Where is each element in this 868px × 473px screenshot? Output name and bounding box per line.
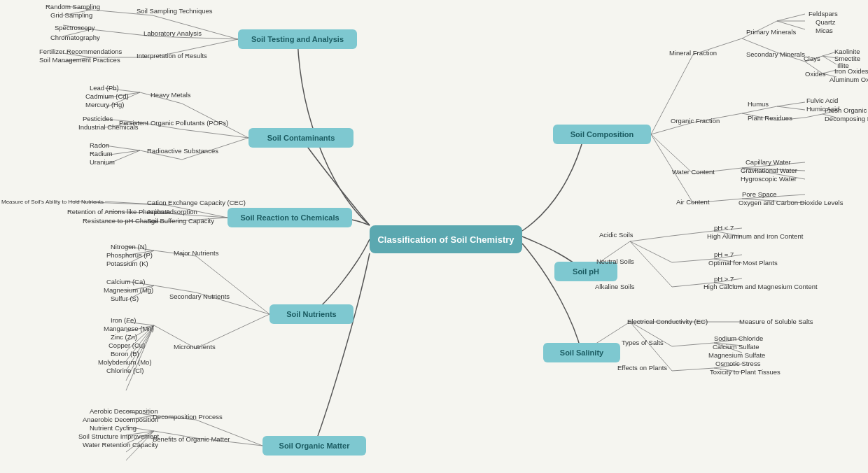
leaf-optimal: Optimal for Most Plants: [708, 259, 778, 267]
branch-organic: Soil Organic Matter: [262, 436, 366, 456]
leaf-sulfur: Sulfur (S): [111, 295, 139, 302]
branch-composition-label: Soil Composition: [570, 130, 634, 139]
leaf-random-sampling: Random Sampling: [46, 3, 100, 10]
leaf-radon: Radon: [90, 141, 109, 149]
leaf-radioactive: Radioactive Substances: [147, 147, 218, 155]
center-label: Classification of Soil Chemistry: [377, 234, 514, 245]
leaf-magnesium-sulfate: Magnesium Sulfate: [708, 351, 765, 359]
leaf-manganese: Manganese (Mn): [104, 325, 154, 332]
leaf-soil-mgmt: Soil Management Practices: [39, 56, 120, 64]
leaf-heavy-metals: Heavy Metals: [150, 91, 191, 99]
leaf-plant-residues: Plant Residues: [748, 114, 792, 122]
leaf-acidic-soils: Acidic Soils: [599, 231, 634, 239]
leaf-soil-sampling: Soil Sampling Techniques: [136, 7, 213, 15]
leaf-neutral-soils: Neutral Soils: [596, 257, 634, 265]
leaf-fulvic: Fulvic Acid: [806, 97, 838, 104]
branch-nutrients: Soil Nutrients: [270, 304, 354, 324]
leaf-zinc: Zinc (Zn): [111, 333, 137, 341]
leaf-clays: Clays: [804, 55, 820, 62]
branch-organic-label: Soil Organic Matter: [279, 442, 350, 450]
leaf-cadmium: Cadmium (Cd): [85, 92, 129, 100]
leaf-copper: Copper (Cu): [108, 341, 145, 349]
leaf-toxicity: Toxicity to Plant Tissues: [710, 368, 780, 376]
leaf-water-content: Water Content: [672, 168, 715, 176]
leaf-mineral-fraction: Mineral Fraction: [669, 49, 717, 57]
leaf-aluminum-oxides: Aluminum Oxides: [830, 76, 868, 83]
branch-nutrients-label: Soil Nutrients: [286, 310, 337, 318]
leaf-calcium-sulfate: Calcium Sulfate: [713, 343, 760, 351]
branch-reaction-label: Soil Reaction to Chemicals: [240, 213, 339, 222]
leaf-hygroscopic: Hygroscopic Water: [741, 175, 797, 183]
center-node: Classification of Soil Chemistry: [370, 225, 522, 253]
leaf-phosphorus: Phosphorus (P): [106, 251, 153, 259]
leaf-measure-salts: Measure of Soluble Salts: [739, 318, 813, 325]
leaf-molybdenum: Molybdenum (Mo): [98, 358, 152, 366]
leaf-effects-plants: Effects on Plants: [617, 364, 667, 372]
leaf-anaerobic: Anaerobic Decomposition: [83, 416, 158, 423]
leaf-sodium-chloride: Sodium Chloride: [714, 334, 763, 342]
leaf-resistance: Resistance to pH Change: [83, 217, 158, 225]
branch-contaminants-label: Soil Contaminants: [267, 134, 335, 142]
leaf-benefits: Benefits of Organic Matter: [153, 435, 230, 443]
leaf-primary-minerals: Primary Minerals: [746, 28, 796, 36]
leaf-spectroscopy: Spectroscopy: [55, 24, 95, 31]
leaf-secondary-minerals: Secondary Minerals: [746, 50, 805, 58]
leaf-measure: Measure of Soil's Ability to Hold Nutrie…: [1, 199, 104, 205]
leaf-interpretation: Interpretation of Results: [136, 52, 207, 59]
leaf-chlorine: Chlorine (Cl): [106, 367, 144, 374]
branch-ph-label: Soil pH: [573, 267, 599, 276]
leaf-quartz: Quartz: [816, 18, 836, 26]
leaf-alkaline-soils: Alkaline Soils: [595, 283, 635, 290]
leaf-pesticides: Pesticides: [83, 115, 113, 122]
leaf-co2: Oxygen and Carbon Dioxide Levels: [738, 199, 843, 206]
leaf-magnesium: Magnesium (Mg): [104, 286, 153, 294]
leaf-boron: Boron (B): [111, 350, 139, 358]
leaf-micronutrients: Micronutrients: [174, 343, 216, 351]
leaf-fresh-organic: Fresh Organic Matter: [825, 106, 868, 114]
leaf-secondary-nutrients: Secondary Nutrients: [169, 292, 230, 300]
branch-contaminants: Soil Contaminants: [248, 128, 354, 148]
leaf-ph-lt7: pH < 7: [714, 224, 734, 232]
leaf-major-nutrients: Major Nutrients: [174, 249, 218, 257]
leaf-iron-oxides: Iron Oxides: [834, 67, 868, 75]
branch-testing: Soil Testing and Analysis: [238, 29, 357, 49]
leaf-osmotic: Osmotic Stress: [715, 360, 760, 367]
leaf-gravitational: Gravitational Water: [741, 167, 797, 174]
branch-composition: Soil Composition: [553, 125, 651, 144]
leaf-iron: Iron (Fe): [111, 316, 136, 324]
leaf-types-salts: Types of Salts: [622, 339, 664, 346]
leaf-pore-space: Pore Space: [742, 190, 777, 198]
leaf-retention: Retention of Anions like Phosphate: [67, 208, 170, 216]
leaf-ec: Electrical Conductivity (EC): [627, 318, 708, 325]
leaf-soil-structure: Soil Structure Improvement: [78, 432, 159, 440]
leaf-potassium: Potassium (K): [106, 260, 148, 267]
leaf-nitrogen: Nitrogen (N): [111, 243, 147, 250]
branch-testing-label: Soil Testing and Analysis: [251, 35, 344, 43]
leaf-decomposing: Decomposing Matter: [825, 115, 868, 122]
leaf-aerobic: Aerobic Decomposition: [90, 407, 158, 415]
branch-reaction: Soil Reaction to Chemicals: [227, 208, 352, 227]
branch-salinity-label: Soil Salinity: [560, 348, 603, 357]
leaf-nutrient-cycling: Nutrient Cycling: [90, 424, 136, 432]
leaf-industrial: Industrial Chemicals: [78, 123, 139, 131]
leaf-fertilizer: Fertilizer Recommendations: [39, 48, 122, 55]
leaf-lab-analysis: Laboratory Analysis: [144, 29, 202, 37]
leaf-humus: Humus: [748, 100, 769, 108]
leaf-ph-gt7: pH > 7: [714, 275, 734, 283]
leaf-high-ca: High Calcium and Magnesium Content: [704, 283, 818, 290]
leaf-organic-fraction: Organic Fraction: [671, 117, 720, 125]
leaf-high-al: High Aluminum and Iron Content: [707, 232, 803, 240]
leaf-uranium: Uranium: [90, 158, 115, 166]
leaf-air-content: Air Content: [676, 198, 710, 206]
leaf-oxides: Oxides: [805, 70, 826, 78]
leaf-micas: Micas: [816, 27, 833, 34]
leaf-decomposition: Decomposition Process: [153, 413, 223, 421]
leaf-mercury: Mercury (Hg): [85, 101, 124, 108]
branch-salinity: Soil Salinity: [543, 343, 620, 362]
leaf-chromatography: Chromatography: [50, 34, 100, 41]
leaf-lead: Lead (Pb): [90, 84, 119, 92]
leaf-feldspars: Feldspars: [808, 10, 838, 17]
leaf-grid-sampling: Grid Sampling: [50, 11, 92, 19]
leaf-capillary: Capillary Water: [746, 158, 791, 166]
leaf-cec: Cation Exchange Capacity (CEC): [147, 199, 246, 206]
